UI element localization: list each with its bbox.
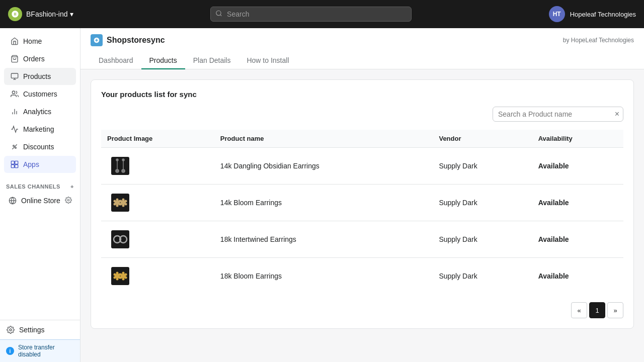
- pagination-prev[interactable]: «: [571, 302, 587, 318]
- table-row: 14k Dangling Obsidian Earrings Supply Da…: [101, 148, 623, 185]
- table-row: 18k Intertwined Earrings Supply Dark Ava…: [101, 221, 623, 258]
- app-logo: [91, 34, 103, 46]
- svg-point-41: [120, 203, 122, 206]
- sidebar-item-analytics-label: Analytics: [23, 108, 51, 116]
- svg-point-34: [114, 203, 116, 206]
- topbar-search-input[interactable]: [210, 7, 412, 22]
- svg-point-37: [122, 199, 125, 201]
- table-row: 18k Bloom Earrings Supply Dark Available: [101, 258, 623, 295]
- col-header-name: Product name: [214, 130, 433, 148]
- product-name-cell: 18k Bloom Earrings: [214, 258, 433, 295]
- svg-point-9: [13, 145, 15, 147]
- col-header-availability: Availability: [532, 130, 623, 148]
- analytics-icon: [10, 107, 19, 116]
- products-tbody: 14k Dangling Obsidian Earrings Supply Da…: [101, 148, 623, 295]
- sidebar-item-home-label: Home: [23, 37, 42, 45]
- svg-point-30: [116, 199, 119, 201]
- pagination-next[interactable]: »: [607, 302, 623, 318]
- col-header-vendor: Vendor: [433, 130, 532, 148]
- sidebar-item-products[interactable]: Products: [4, 68, 76, 85]
- table-header: Product Image Product name Vendor Availa…: [101, 130, 623, 148]
- sidebar-item-online-store[interactable]: Online Store: [2, 192, 78, 209]
- svg-point-33: [116, 205, 119, 207]
- svg-point-25: [122, 159, 124, 161]
- card-title: Your products list for sync: [101, 90, 623, 99]
- home-icon: [10, 37, 19, 46]
- store-name-label[interactable]: BFashion-ind ▾: [26, 10, 73, 18]
- svg-point-60: [120, 274, 122, 276]
- topbar-search: [210, 7, 412, 22]
- svg-point-55: [122, 272, 125, 275]
- svg-rect-13: [15, 161, 18, 164]
- sidebar-item-marketing[interactable]: Marketing: [4, 121, 76, 138]
- layout: Home Orders Products Customers: [0, 28, 644, 362]
- products-card: Your products list for sync × Product Im…: [91, 79, 634, 329]
- svg-point-39: [125, 203, 127, 206]
- orders-icon: [10, 54, 19, 63]
- product-image-cell: [101, 148, 214, 185]
- tab-plan-details[interactable]: Plan Details: [185, 52, 239, 69]
- sidebar-item-discounts-label: Discounts: [23, 143, 54, 151]
- app-by-text: by HopeLeaf Technologies: [563, 37, 634, 44]
- sidebar-item-orders[interactable]: Orders: [4, 50, 76, 67]
- sidebar-item-home[interactable]: Home: [4, 33, 76, 50]
- svg-point-51: [116, 278, 119, 281]
- topbar: BFashion-ind ▾ HT Hopeleaf Technologies: [0, 0, 644, 28]
- sidebar-item-analytics[interactable]: Analytics: [4, 103, 76, 120]
- sidebar-item-orders-label: Orders: [23, 55, 45, 63]
- svg-point-38: [125, 200, 127, 203]
- product-name-cell: 14k Bloom Earrings: [214, 185, 433, 221]
- sidebar-item-apps-label: Apps: [23, 160, 39, 168]
- sidebar: Home Orders Products Customers: [0, 28, 80, 362]
- product-image-cell: [101, 185, 214, 221]
- sidebar-item-customers-label: Customers: [23, 90, 57, 98]
- sidebar-item-discounts[interactable]: Discounts: [4, 138, 76, 155]
- svg-rect-46: [111, 267, 129, 285]
- store-transfer-label: Store transfer disabled: [18, 344, 74, 358]
- svg-point-42: [120, 200, 122, 203]
- app-title-row: Shopstoresync by HopeLeaf Technologies: [91, 34, 634, 46]
- svg-point-53: [114, 274, 116, 276]
- product-vendor-cell: Supply Dark: [433, 148, 532, 185]
- tab-products[interactable]: Products: [141, 52, 185, 69]
- products-table: Product Image Product name Vendor Availa…: [101, 130, 623, 294]
- topbar-left: BFashion-ind ▾: [8, 7, 73, 21]
- svg-point-27: [122, 169, 125, 172]
- search-wrap: [210, 7, 412, 22]
- product-search: ×: [493, 107, 623, 122]
- add-sales-channel-button[interactable]: +: [70, 184, 74, 190]
- main-content: Shopstoresync by HopeLeaf Technologies D…: [80, 28, 644, 362]
- sales-channels-section: SALES CHANNELS +: [0, 177, 80, 192]
- svg-point-24: [116, 159, 118, 161]
- product-vendor-cell: Supply Dark: [433, 185, 532, 221]
- sidebar-item-apps[interactable]: Apps: [4, 156, 76, 173]
- tab-how-to-install[interactable]: How to Install: [238, 52, 297, 69]
- product-vendor-cell: Supply Dark: [433, 221, 532, 258]
- svg-point-56: [125, 274, 127, 276]
- online-store-icon: [8, 196, 17, 205]
- svg-point-52: [114, 277, 116, 279]
- product-search-input[interactable]: [493, 107, 623, 122]
- svg-point-48: [116, 272, 119, 275]
- col-header-image: Product Image: [101, 130, 214, 148]
- store-logo: [8, 7, 22, 21]
- online-store-settings-icon[interactable]: [65, 197, 72, 205]
- products-icon: [10, 72, 19, 81]
- search-clear-button[interactable]: ×: [615, 110, 619, 118]
- sidebar-item-settings[interactable]: Settings: [0, 320, 80, 339]
- svg-point-40: [122, 205, 125, 207]
- table-row: 14k Bloom Earrings Supply Dark Available: [101, 185, 623, 221]
- search-bar-row: ×: [101, 107, 623, 122]
- marketing-icon: [10, 125, 19, 134]
- app-name: Shopstoresync: [107, 36, 165, 45]
- svg-rect-28: [111, 194, 129, 212]
- sidebar-item-customers[interactable]: Customers: [4, 85, 76, 103]
- svg-point-59: [120, 277, 122, 279]
- svg-rect-2: [11, 73, 18, 78]
- online-store-label: Online Store: [21, 197, 60, 205]
- pagination-current[interactable]: 1: [589, 302, 605, 318]
- tab-dashboard[interactable]: Dashboard: [91, 52, 141, 69]
- product-availability-cell: Available: [532, 148, 623, 185]
- product-image-cell: [101, 258, 214, 295]
- svg-point-18: [67, 199, 69, 201]
